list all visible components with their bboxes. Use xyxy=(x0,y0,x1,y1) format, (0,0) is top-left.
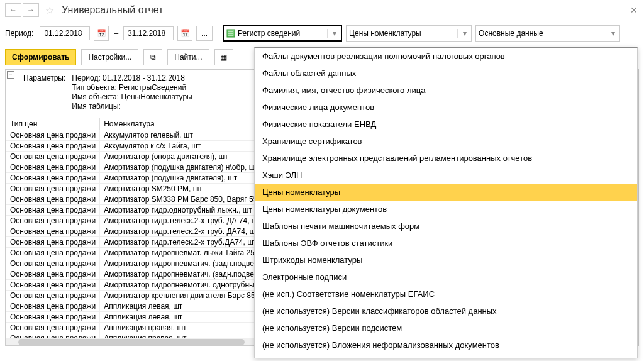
copy-icon: ⧉ xyxy=(150,53,156,62)
scroll-thumb[interactable] xyxy=(18,339,245,345)
period-row: Период: 📅 – 📅 ... Регистр сведений ▾ Цен… xyxy=(0,20,644,47)
cell-price-type: Основная цена продажи xyxy=(6,248,100,258)
calendar-icon: 📅 xyxy=(180,29,190,38)
copy-button[interactable]: ⧉ xyxy=(143,49,162,65)
register-name-combo[interactable]: Цены номенклатуры ▾ xyxy=(346,25,472,42)
dropdown-item[interactable]: Файлы документов реализации полномочий н… xyxy=(255,48,637,65)
cell-price-type: Основная цена продажи xyxy=(6,291,100,301)
combo-text: Регистр сведений xyxy=(238,29,327,38)
collapse-toggle[interactable]: − xyxy=(7,71,14,79)
dropdown-item[interactable]: (не используется) Выполненные задачи нач… xyxy=(255,353,637,358)
find-button[interactable]: Найти... xyxy=(167,49,209,65)
cell-price-type: Основная цена продажи xyxy=(6,216,100,226)
dropdown-item[interactable]: (не исп.) Соответствие номенклатуры ЕГАИ… xyxy=(255,286,637,303)
period-more-button[interactable]: ... xyxy=(196,26,213,41)
page-title: Универсальный отчет xyxy=(62,4,164,16)
collapse-all-button[interactable]: ▦ xyxy=(214,49,233,65)
dropdown-item[interactable]: Файлы областей данных xyxy=(255,65,637,82)
cell-price-type: Основная цена продажи xyxy=(6,173,100,184)
nav-back-button[interactable]: ← xyxy=(5,3,21,17)
close-button[interactable]: ✕ xyxy=(630,5,638,15)
cell-price-type: Основная цена продажи xyxy=(6,184,100,194)
dash: – xyxy=(114,29,118,38)
param-tbl-name: Имя таблицы: xyxy=(72,102,192,111)
param-obj-name: Имя объекта: ЦеныНоменклатуры xyxy=(72,92,192,102)
combo-text: Цены номенклатуры xyxy=(349,29,457,38)
dropdown-item[interactable]: (не используется) Вложения неформализова… xyxy=(255,336,637,353)
nav-forward-button[interactable]: → xyxy=(23,3,39,17)
dropdown-item[interactable]: Цены номенклатуры xyxy=(255,184,637,201)
cell-price-type: Основная цена продажи xyxy=(6,258,100,269)
dropdown-item[interactable]: Физические показатели ЕНВД xyxy=(255,116,637,133)
dropdown-item[interactable]: Шаблоны печати машиночитаемых форм xyxy=(255,218,637,235)
dropdown-item[interactable]: Цены номенклатуры документов xyxy=(255,201,637,218)
cell-price-type: Основная цена продажи xyxy=(6,237,100,248)
cell-price-type: Основная цена продажи xyxy=(6,323,100,333)
dropdown-item[interactable]: (не используется) Версии подсистем xyxy=(255,319,637,336)
dropdown-item[interactable]: Хэши ЭЛН xyxy=(255,167,637,184)
chevron-down-icon[interactable]: ▾ xyxy=(327,29,338,38)
cell-price-type: Основная цена продажи xyxy=(6,130,100,141)
cell-price-type: Основная цена продажи xyxy=(6,280,100,291)
titlebar: ← → ☆ Универсальный отчет ✕ xyxy=(0,0,644,20)
chevron-down-icon[interactable]: ▾ xyxy=(457,29,469,38)
dropdown-item[interactable]: Хранилище сертификатов xyxy=(255,133,637,150)
register-icon xyxy=(226,29,235,38)
param-period: Период: 01.12.2018 - 31.12.2018 xyxy=(72,74,192,83)
dropdown-item[interactable]: Шаблоны ЭВФ отчетов статистики xyxy=(255,235,637,252)
dropdown-item[interactable]: Хранилище электронных представлений регл… xyxy=(255,150,637,167)
dropdown-item[interactable]: Электронные подписи xyxy=(255,269,637,286)
register-type-combo[interactable]: Регистр сведений ▾ xyxy=(223,25,342,42)
cell-price-type: Основная цена продажи xyxy=(6,141,100,152)
dropdown-item[interactable]: (не используется) Версии классификаторов… xyxy=(255,303,637,319)
form-report-button[interactable]: Сформировать xyxy=(5,49,76,65)
cell-price-type: Основная цена продажи xyxy=(6,205,100,216)
table-name-combo[interactable]: Основные данные ▾ xyxy=(475,25,620,42)
dropdown-item[interactable]: Фамилия, имя, отчество физического лица xyxy=(255,82,637,99)
cell-price-type: Основная цена продажи xyxy=(6,269,100,280)
cell-price-type: Основная цена продажи xyxy=(6,194,100,205)
chevron-down-icon[interactable]: ▾ xyxy=(606,29,617,38)
calendar-from-button[interactable]: 📅 xyxy=(94,26,109,41)
cell-price-type: Основная цена продажи xyxy=(6,152,100,162)
calendar-to-button[interactable]: 📅 xyxy=(177,26,192,41)
col-header-price-type[interactable]: Тип цен xyxy=(6,118,100,130)
cell-price-type: Основная цена продажи xyxy=(6,312,100,323)
settings-button[interactable]: Настройки... xyxy=(81,49,138,65)
cell-price-type: Основная цена продажи xyxy=(6,226,100,237)
dropdown-item[interactable]: Физические лица документов xyxy=(255,99,637,116)
date-to-input[interactable] xyxy=(123,26,174,40)
calendar-icon: 📅 xyxy=(97,29,106,38)
favorite-star-icon[interactable]: ☆ xyxy=(45,4,54,16)
cell-price-type: Основная цена продажи xyxy=(6,162,100,173)
params-label: Параметры: xyxy=(23,74,65,111)
cell-price-type: Основная цена продажи xyxy=(6,301,100,312)
combo-text: Основные данные xyxy=(479,29,606,38)
collapse-icon: ▦ xyxy=(220,53,227,62)
period-label: Период: xyxy=(5,29,33,38)
register-dropdown-list[interactable]: Файлы документов реализации полномочий н… xyxy=(254,47,638,358)
date-from-input[interactable] xyxy=(40,26,90,40)
dropdown-item[interactable]: Штрихкоды номенклатуры xyxy=(255,252,637,269)
param-obj-type: Тип объекта: РегистрыСведений xyxy=(72,83,192,92)
